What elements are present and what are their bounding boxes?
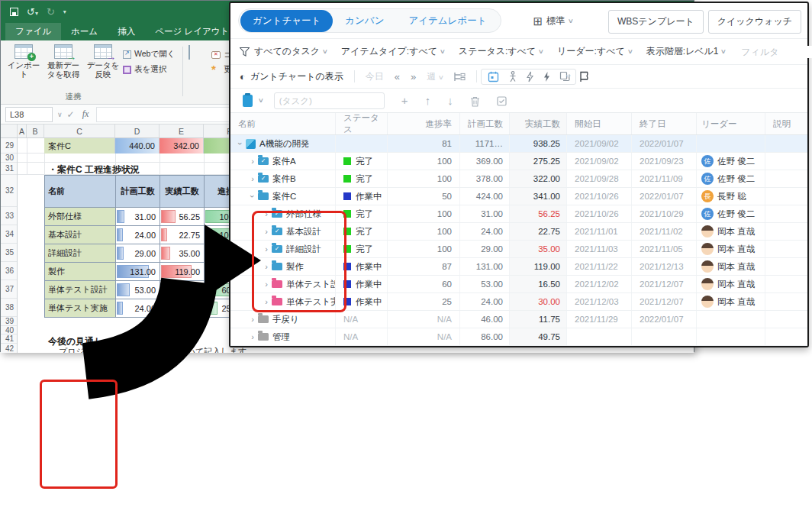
table-row[interactable]: ›A機能の開発811171…938.252021/09/022022/01/07 — [230, 135, 807, 153]
chevron-icon[interactable]: › — [249, 157, 256, 166]
start-date-cell: 2021/12/03 — [566, 293, 631, 310]
column-letter[interactable]: B — [27, 124, 44, 137]
chevron-icon[interactable]: › — [236, 140, 245, 147]
chevron-icon[interactable]: › — [263, 244, 270, 254]
new-task-input[interactable] — [274, 92, 385, 109]
tab-active[interactable]: ガントチャート — [240, 10, 333, 32]
enter-check-icon[interactable]: ✓ — [67, 109, 75, 120]
ribbon-small-button[interactable]: Webで開く — [123, 47, 175, 62]
flag-icon[interactable] — [579, 71, 589, 82]
ribbon-tab[interactable]: ファイル — [5, 23, 61, 40]
row-number[interactable]: 41 — [1, 334, 17, 344]
actual-effort-cell: 22.75 — [509, 223, 566, 240]
row-number[interactable]: 40 — [1, 326, 17, 334]
table-row[interactable]: ›✓詳細設計完了10029.0035.002021/11/032021/11/0… — [230, 241, 807, 258]
filter-dropdown[interactable]: 表示階層:レベル1∨ — [646, 45, 727, 58]
undo-icon[interactable]: ↺▾ — [27, 7, 38, 17]
row-number[interactable]: 31 — [1, 163, 17, 175]
checkbox-icon[interactable] — [497, 96, 507, 106]
grid-icon: ⊞ — [533, 15, 543, 27]
table-row[interactable]: ›✓案件A完了100369.00275.252021/09/022021/09/… — [230, 153, 807, 170]
data-bar-cell: 16.50 — [160, 281, 205, 299]
comment-icon — [211, 51, 221, 59]
chevron-icon[interactable]: › — [249, 332, 256, 341]
row-number[interactable]: 32 — [1, 175, 17, 207]
row-number[interactable]: 39 — [1, 317, 17, 326]
ribbon-button[interactable]: →データを反映 — [83, 44, 123, 79]
fx-icon[interactable]: fx — [82, 108, 89, 120]
quickwatch-button[interactable]: クイックウォッチ — [708, 10, 801, 34]
row-number[interactable]: 35 — [1, 244, 17, 262]
filter-dropdown[interactable]: リーダー:すべて∨ — [557, 45, 633, 58]
row-number[interactable]: 30 — [1, 154, 17, 163]
save-icon[interactable] — [10, 8, 18, 16]
gantt-display-toggle[interactable]: ◐ ガントチャートの表示 — [240, 70, 343, 83]
column-letter[interactable]: A — [18, 124, 27, 137]
column-letter[interactable]: D — [115, 124, 160, 137]
progress-cell: 100 — [387, 153, 459, 170]
chevron-icon[interactable]: › — [249, 174, 256, 183]
ribbon-tab[interactable]: 挿入 — [108, 23, 145, 40]
trash-icon[interactable] — [470, 96, 480, 107]
tab-item[interactable]: カンバン — [333, 10, 396, 32]
baseline-select[interactable]: ∨ — [481, 69, 576, 85]
chevron-icon[interactable]: › — [263, 297, 270, 306]
chevron-icon[interactable]: › — [263, 280, 270, 289]
table-row[interactable]: ›手戻りN/AN/A46.0011.752021/11/292022/01/07 — [230, 311, 807, 328]
description-cell — [765, 328, 807, 345]
row-number[interactable]: 38 — [1, 299, 17, 317]
table-row[interactable]: ›単体テスト設計作業中6053.0016.502021/12/022021/12… — [230, 276, 807, 293]
page-right-icon[interactable]: » — [411, 71, 416, 82]
chevron-down-icon[interactable]: ∨ — [258, 97, 264, 104]
table-row[interactable]: ›✓基本設計完了10024.0022.752021/11/012021/11/0… — [230, 223, 807, 241]
leader-cell: 岡本 直哉 — [696, 241, 765, 257]
planned-effort-cell: 46.00 — [459, 311, 509, 328]
task-type-icon[interactable] — [243, 95, 253, 107]
tab-item[interactable]: アイテムレポート — [396, 10, 498, 32]
filter-dropdown[interactable]: アイテムタイプ:すべて∨ — [341, 45, 445, 58]
namebox-caret-icon[interactable]: ∨ — [57, 111, 63, 118]
chevron-icon[interactable]: › — [248, 192, 257, 200]
column-letter[interactable]: C — [44, 124, 115, 137]
week-scale-select[interactable]: 週 ∨ — [427, 70, 443, 83]
row-number[interactable]: 42 — [1, 344, 17, 353]
table-row[interactable]: ›単体テスト実施作業中2524.0030.002021/12/032021/12… — [230, 293, 807, 311]
table-row[interactable]: ›製作作業中87131.00119.002021/11/222021/12/13… — [230, 258, 807, 276]
today-button[interactable]: 今日 — [366, 70, 384, 83]
filter-dropdown[interactable]: すべてのタスク∨ — [254, 45, 327, 58]
ribbon-button-partial[interactable] — [188, 46, 190, 60]
ribbon-tab[interactable]: ホーム — [61, 23, 108, 40]
row-number[interactable]: 34 — [1, 225, 17, 244]
column-letter[interactable]: E — [160, 124, 204, 137]
ribbon-button[interactable]: →最新データを取得 — [44, 44, 83, 79]
table-row[interactable]: ›管理N/AN/A86.0049.75 — [230, 328, 807, 346]
table-row[interactable]: ›案件C作業中50424.00341.002021/10/262022/01/0… — [230, 188, 807, 205]
cell-name-box[interactable]: L38 — [5, 107, 53, 122]
add-task-icon[interactable]: + — [401, 94, 408, 107]
quick-access-menu-icon[interactable]: ▾ — [63, 8, 66, 15]
chevron-icon[interactable]: › — [263, 209, 270, 218]
ribbon-tab[interactable]: ページ レイアウト — [145, 23, 239, 40]
row-number[interactable]: 33 — [1, 207, 17, 225]
row-number[interactable]: 29 — [1, 138, 17, 154]
filter-dropdown[interactable]: ステータス:すべて∨ — [459, 45, 543, 58]
task-name-cell: 単体テスト設計 — [45, 281, 116, 299]
table-row[interactable]: ›✓案件B完了100378.00322.002021/09/282021/11/… — [230, 170, 807, 188]
filter-search-input[interactable] — [740, 46, 812, 58]
select-table-icon — [123, 66, 131, 74]
chevron-icon[interactable]: › — [263, 262, 270, 271]
move-up-icon[interactable]: ↑ — [425, 94, 431, 107]
view-selector[interactable]: ⊞ 標準 ∨ — [533, 15, 573, 27]
ribbon-button[interactable]: +インポート — [4, 44, 44, 79]
table-row[interactable]: ›✓外部仕様完了10031.0056.252021/10/262021/10/2… — [230, 205, 807, 223]
row-number[interactable]: 37 — [1, 280, 17, 299]
sheet-corner[interactable] — [1, 124, 18, 137]
chevron-icon[interactable]: › — [263, 227, 270, 236]
chevron-icon[interactable]: › — [249, 315, 256, 324]
hierarchy-icon[interactable] — [454, 72, 466, 82]
move-down-icon[interactable]: ↓ — [447, 94, 453, 107]
page-left-icon[interactable]: « — [395, 71, 400, 82]
row-number[interactable]: 36 — [1, 262, 17, 280]
ribbon-small-button[interactable]: 表を選択 — [123, 62, 175, 77]
wbs-template-button[interactable]: WBSテンプレート — [608, 10, 704, 34]
